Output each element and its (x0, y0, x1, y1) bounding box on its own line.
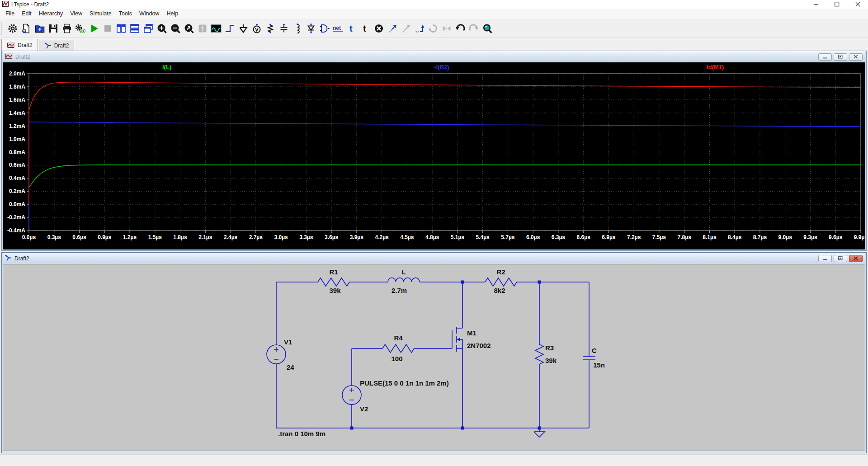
component-R2[interactable] (485, 278, 517, 286)
schematic-minimize-button[interactable] (818, 255, 832, 262)
component-V1[interactable] (267, 345, 286, 364)
place-resistor-button[interactable] (264, 21, 277, 36)
zoom-full-extents-button[interactable] (182, 21, 196, 36)
schematic-window-titlebar[interactable]: Draft2 (3, 253, 865, 264)
schematic-restore-button[interactable] (834, 255, 847, 262)
place-voltage-source-button[interactable] (250, 21, 264, 36)
label-C-ref[interactable]: C (592, 347, 597, 354)
tile-horizontal-button[interactable] (128, 21, 142, 36)
menu-edit[interactable]: Edit (18, 9, 35, 19)
tab-label: Draft2 (18, 42, 33, 48)
zoom-out-button[interactable] (169, 21, 182, 36)
mirror-button[interactable] (440, 21, 453, 36)
place-diode-button[interactable] (304, 21, 318, 36)
x-tick-label: 0.0µs (22, 234, 36, 240)
component-C[interactable] (583, 357, 595, 360)
find-button[interactable] (481, 21, 494, 36)
save-button[interactable] (47, 21, 60, 36)
zoom-in-button[interactable] (155, 21, 169, 36)
waveform-plot[interactable]: 0.0µs0.3µs0.6µs0.9µs1.2µs1.5µs1.8µs2.1µs… (3, 62, 865, 249)
app-maximize-button[interactable] (826, 0, 847, 9)
copy-button[interactable] (386, 21, 399, 36)
component-R4[interactable] (382, 344, 414, 353)
label-V2-ref[interactable]: V2 (360, 405, 368, 413)
mirror-icon (441, 23, 452, 34)
menu-hierarchy[interactable]: Hierarchy (35, 9, 67, 19)
component-L[interactable] (388, 278, 420, 282)
label-R2-ref[interactable]: R2 (496, 268, 505, 276)
label-R3-ref[interactable]: R3 (545, 344, 554, 352)
menubar: File Edit Hierarchy View Simulate Tools … (0, 9, 868, 19)
waveform-restore-button[interactable] (834, 53, 847, 61)
place-ground-button[interactable] (236, 21, 250, 36)
waveform-plot-pane[interactable]: 0.0µs0.3µs0.6µs0.9µs1.2µs1.5µs1.8µs2.1µs… (3, 62, 865, 249)
run-button[interactable] (87, 21, 101, 36)
halt-button[interactable] (101, 21, 114, 36)
menu-view[interactable]: View (66, 9, 86, 19)
label-C-value[interactable]: 15n (593, 361, 605, 369)
pan-button[interactable] (196, 21, 209, 36)
menu-window[interactable]: Window (136, 9, 163, 19)
open-file-button[interactable] (33, 21, 47, 36)
menu-help[interactable]: Help (163, 9, 182, 19)
waveform-close-button[interactable] (849, 53, 863, 61)
schematic-close-button[interactable] (849, 255, 863, 262)
component-M1[interactable] (452, 327, 462, 352)
label-V1-value[interactable]: 24 (287, 363, 294, 371)
place-capacitor-button[interactable] (277, 21, 291, 36)
waveform-window-titlebar[interactable]: Draft2 (3, 51, 865, 62)
label-R4-ref[interactable]: R4 (394, 334, 403, 342)
place-inductor-button[interactable] (291, 21, 304, 36)
edit-simulation-cmd-button[interactable]: ac (74, 21, 87, 36)
label-R4-value[interactable]: 100 (391, 355, 402, 362)
label-M1-value[interactable]: 2N7002 (467, 342, 491, 349)
move-button[interactable] (426, 21, 440, 36)
trace--I(R2)[interactable] (29, 122, 861, 230)
paste-button[interactable] (399, 21, 413, 36)
menu-simulate[interactable]: Simulate (86, 9, 115, 19)
waveform-minimize-button[interactable] (818, 53, 832, 61)
component-R3[interactable] (535, 344, 543, 364)
trace-label-IdM1[interactable]: Id(M1) (707, 64, 724, 71)
label-net-button[interactable]: net (331, 21, 345, 36)
label-R2-value[interactable]: 8k2 (494, 287, 505, 294)
component-V2[interactable] (342, 386, 361, 405)
label-L-value[interactable]: 2.7m (392, 287, 407, 294)
place-component-button[interactable] (318, 21, 331, 36)
redo-button[interactable] (467, 21, 481, 36)
spice-directive-text[interactable]: .tran 0 10m 9m (278, 430, 326, 438)
app-close-button[interactable] (847, 0, 868, 9)
cut-button[interactable] (372, 21, 386, 36)
new-schematic-button[interactable] (19, 21, 33, 36)
cascade-windows-button[interactable] (142, 21, 155, 36)
drag-button[interactable] (413, 21, 426, 36)
label-V1-ref[interactable]: V1 (284, 338, 292, 346)
schematic-canvas[interactable]: R1 39k L 2.7m R2 8k2 V1 24 R4 100 M1 2N7… (3, 264, 865, 451)
label-R1-value[interactable]: 39k (329, 287, 341, 294)
tab-waveform-draft2[interactable]: Draft2 (1, 39, 38, 51)
waveform-pane-button[interactable] (209, 21, 223, 36)
label-M1-ref[interactable]: M1 (467, 329, 476, 337)
trace-label-IR2[interactable]: -I(R2) (434, 64, 449, 71)
place-text-button[interactable]: t (345, 21, 359, 36)
y-tick-label: -0.4mA (7, 227, 25, 234)
control-panel-button[interactable] (6, 21, 19, 36)
app-minimize-button[interactable] (806, 0, 826, 9)
label-R1-ref[interactable]: R1 (329, 268, 338, 276)
label-V2-value[interactable]: PULSE(15 0 0 1n 1n 1m 2m) (360, 379, 449, 387)
tab-schematic-draft2[interactable]: Draft2 (39, 40, 75, 51)
trace-label-IL[interactable]: I(L) (162, 64, 171, 71)
menu-tools[interactable]: Tools (115, 9, 136, 19)
spice-directive-button[interactable]: t (359, 21, 372, 36)
trace-I(L)[interactable] (29, 165, 861, 188)
trace-Id(M1)[interactable] (29, 82, 861, 204)
label-R3-value[interactable]: 39k (545, 357, 557, 364)
label-L-ref[interactable]: L (401, 268, 406, 276)
schematic-drawing[interactable]: R1 39k L 2.7m R2 8k2 V1 24 R4 100 M1 2N7… (3, 264, 865, 451)
tile-vertical-button[interactable] (114, 21, 128, 36)
component-R1[interactable] (318, 278, 349, 286)
print-button[interactable] (60, 21, 74, 36)
menu-file[interactable]: File (2, 9, 18, 19)
draw-wire-button[interactable] (223, 21, 236, 36)
undo-button[interactable] (453, 21, 467, 36)
